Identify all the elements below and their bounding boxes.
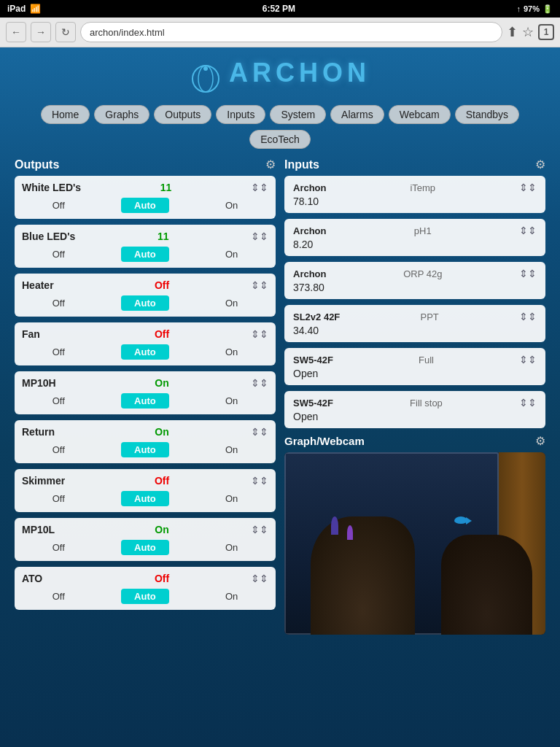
output-name: Heater bbox=[22, 279, 73, 291]
nav-ecotech[interactable]: EcoTech bbox=[249, 130, 311, 149]
output-auto-button[interactable]: Auto bbox=[121, 247, 169, 262]
output-on-button[interactable]: On bbox=[221, 443, 242, 457]
forward-button[interactable]: → bbox=[31, 22, 51, 42]
output-card-top: MP10H On ⇕⇕ bbox=[22, 377, 268, 389]
input-settings-icon[interactable]: ⇕⇕ bbox=[519, 354, 537, 365]
webcam-gear-icon[interactable]: ⚙ bbox=[535, 434, 545, 448]
input-settings-icon[interactable]: ⇕⇕ bbox=[519, 397, 537, 409]
output-card: Fan Off ⇕⇕ Off Auto On bbox=[15, 322, 276, 365]
nav-system[interactable]: System bbox=[270, 105, 326, 124]
output-auto-button[interactable]: Auto bbox=[121, 198, 169, 213]
output-auto-button[interactable]: Auto bbox=[121, 589, 169, 604]
output-status: On bbox=[155, 377, 168, 389]
output-on-button[interactable]: On bbox=[221, 296, 242, 310]
input-value: 78.10 bbox=[293, 196, 537, 207]
output-status: On bbox=[155, 426, 168, 438]
input-card: Archon ORP 42g ⇕⇕ 373.80 bbox=[284, 262, 545, 299]
output-auto-button[interactable]: Auto bbox=[121, 442, 169, 457]
output-off-button[interactable]: Off bbox=[48, 345, 69, 359]
nav-menu: Home Graphs Outputs Inputs System Alarms… bbox=[15, 105, 545, 124]
output-off-button[interactable]: Off bbox=[48, 589, 69, 603]
status-bar-time: 6:52 PM bbox=[41, 4, 516, 14]
output-card-top: Blue LED's 11 ⇕⇕ bbox=[22, 231, 268, 242]
output-settings-icon[interactable]: ⇕⇕ bbox=[251, 524, 268, 535]
output-auto-button[interactable]: Auto bbox=[121, 540, 169, 555]
output-on-button[interactable]: On bbox=[221, 541, 242, 554]
output-on-button[interactable]: On bbox=[221, 345, 242, 359]
output-settings-icon[interactable]: ⇕⇕ bbox=[251, 573, 268, 584]
output-card-top: Fan Off ⇕⇕ bbox=[22, 328, 268, 340]
reload-button[interactable]: ↻ bbox=[55, 22, 76, 42]
output-card-top: Return On ⇕⇕ bbox=[22, 426, 268, 438]
nav-home[interactable]: Home bbox=[41, 105, 90, 124]
status-bar-left: iPad 📶 bbox=[7, 4, 41, 14]
status-bar: iPad 📶 6:52 PM ↑ 97% 🔋 bbox=[0, 0, 560, 18]
inputs-gear-icon[interactable]: ⚙ bbox=[535, 158, 545, 171]
nav-ecotech-area: EcoTech bbox=[15, 130, 545, 149]
output-card-top: MP10L On ⇕⇕ bbox=[22, 524, 268, 535]
output-controls: Off Auto On bbox=[22, 442, 268, 457]
output-on-button[interactable]: On bbox=[221, 247, 242, 261]
output-off-button[interactable]: Off bbox=[48, 443, 69, 457]
logo-icon bbox=[190, 63, 222, 95]
output-card: White LED's 11 ⇕⇕ Off Auto On bbox=[15, 176, 276, 219]
output-off-button[interactable]: Off bbox=[48, 394, 69, 408]
output-settings-icon[interactable]: ⇕⇕ bbox=[251, 475, 268, 487]
bookmark-icon[interactable]: ☆ bbox=[522, 24, 534, 40]
output-name: ATO bbox=[22, 573, 73, 584]
input-card: Archon iTemp ⇕⇕ 78.10 bbox=[284, 176, 545, 213]
input-value: 373.80 bbox=[293, 282, 537, 293]
outputs-gear-icon[interactable]: ⚙ bbox=[265, 158, 276, 171]
wifi-icon: 📶 bbox=[30, 4, 41, 14]
input-settings-icon[interactable]: ⇕⇕ bbox=[519, 182, 537, 193]
input-settings-icon[interactable]: ⇕⇕ bbox=[519, 311, 537, 322]
output-settings-icon[interactable]: ⇕⇕ bbox=[251, 231, 268, 242]
output-status: Off bbox=[155, 328, 169, 340]
output-on-button[interactable]: On bbox=[221, 492, 242, 506]
input-source: SW5-42F bbox=[293, 398, 333, 409]
input-source: SW5-42F bbox=[293, 355, 333, 365]
nav-graphs[interactable]: Graphs bbox=[94, 105, 149, 124]
nav-outputs[interactable]: Outputs bbox=[154, 105, 211, 124]
output-off-button[interactable]: Off bbox=[48, 492, 69, 506]
output-off-button[interactable]: Off bbox=[48, 296, 69, 310]
output-settings-icon[interactable]: ⇕⇕ bbox=[251, 182, 268, 193]
output-on-button[interactable]: On bbox=[221, 589, 242, 603]
output-auto-button[interactable]: Auto bbox=[121, 295, 169, 311]
back-button[interactable]: ← bbox=[6, 22, 26, 42]
output-settings-icon[interactable]: ⇕⇕ bbox=[251, 426, 268, 438]
url-bar[interactable]: archon/index.html bbox=[80, 22, 502, 42]
tab-count[interactable]: 1 bbox=[538, 24, 554, 40]
url-text: archon/index.html bbox=[90, 27, 165, 38]
nav-standbys[interactable]: Standbys bbox=[455, 105, 519, 124]
input-settings-icon[interactable]: ⇕⇕ bbox=[519, 268, 537, 279]
output-auto-button[interactable]: Auto bbox=[121, 344, 169, 360]
logo-area: ARCHON bbox=[15, 58, 545, 95]
share-icon[interactable]: ⬆ bbox=[507, 24, 518, 40]
output-card: ATO Off ⇕⇕ Off Auto On bbox=[15, 567, 276, 610]
output-settings-icon[interactable]: ⇕⇕ bbox=[251, 377, 268, 389]
output-auto-button[interactable]: Auto bbox=[121, 491, 169, 506]
nav-webcam[interactable]: Webcam bbox=[389, 105, 451, 124]
output-on-button[interactable]: On bbox=[221, 198, 242, 212]
output-auto-button[interactable]: Auto bbox=[121, 393, 169, 409]
columns: Outputs ⚙ White LED's 11 ⇕⇕ Off Auto On … bbox=[15, 158, 545, 635]
output-status: Off bbox=[155, 573, 169, 584]
input-name: Fill stop bbox=[410, 398, 443, 409]
output-off-button[interactable]: Off bbox=[48, 541, 69, 554]
output-off-button[interactable]: Off bbox=[48, 247, 69, 261]
input-settings-icon[interactable]: ⇕⇕ bbox=[519, 225, 537, 236]
output-controls: Off Auto On bbox=[22, 589, 268, 604]
nav-inputs[interactable]: Inputs bbox=[216, 105, 265, 124]
output-settings-icon[interactable]: ⇕⇕ bbox=[251, 279, 268, 291]
output-name: Skimmer bbox=[22, 475, 73, 487]
output-status: On bbox=[155, 524, 168, 535]
output-off-button[interactable]: Off bbox=[48, 198, 69, 212]
nav-alarms[interactable]: Alarms bbox=[330, 105, 384, 124]
outputs-list: White LED's 11 ⇕⇕ Off Auto On Blue LED's… bbox=[15, 176, 276, 610]
input-value: Open bbox=[293, 411, 537, 422]
output-settings-icon[interactable]: ⇕⇕ bbox=[251, 328, 268, 340]
output-on-button[interactable]: On bbox=[221, 394, 242, 408]
output-controls: Off Auto On bbox=[22, 344, 268, 360]
webcam-header: Graph/Webcam ⚙ bbox=[284, 434, 545, 448]
